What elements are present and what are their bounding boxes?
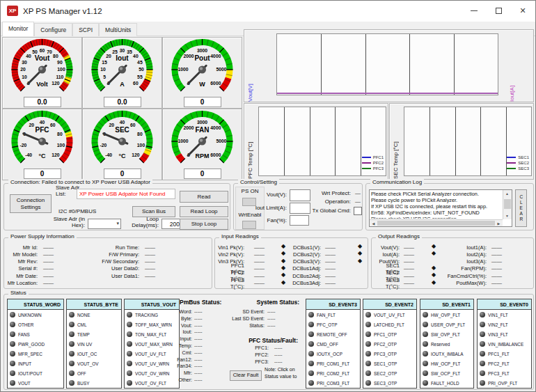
pmbus-status-row-value[interactable]: ----- [194, 323, 203, 328]
status-row[interactable]: PRI_COM3_FLT [306, 378, 360, 388]
comm-log-list[interactable]: Please check PICkit Serial Analyzer conn… [369, 189, 512, 227]
status-row[interactable]: Reserved [420, 339, 473, 349]
status-row[interactable]: VOUT [8, 378, 63, 388]
status-row[interactable]: FAN_FLT [306, 310, 360, 320]
read-loop-button[interactable]: Read Loop [180, 206, 228, 217]
status-row[interactable]: PRI_COM2_FLT [306, 368, 360, 378]
pmbus-status-row-value[interactable]: ----- [194, 329, 203, 334]
status-row[interactable]: VOUT_OV_FLT [125, 378, 179, 388]
svg-text:6000: 6000 [210, 81, 221, 86]
vertical-scrollbar[interactable]: ▲ ▼ [503, 190, 512, 219]
status-row[interactable]: IOUTX_OCP [306, 349, 360, 359]
maximize-button[interactable] [487, 1, 510, 21]
system-status-row-value[interactable]: ----- [267, 309, 276, 314]
pmbus-status-row-value[interactable]: ----- [194, 316, 203, 321]
status-row[interactable]: VOUT_UV_FLT [363, 310, 416, 320]
status-row[interactable]: IOUT/POUT [8, 368, 63, 378]
status-row[interactable]: VIN_IMBALANCE [478, 339, 531, 349]
system-status-row-value[interactable]: ----- [267, 316, 276, 321]
vout-input[interactable] [290, 189, 310, 201]
status-row[interactable]: NONE [67, 310, 121, 320]
close-button[interactable]: ✕ [511, 1, 535, 21]
clear-log-button[interactable]: CLEAR [515, 189, 527, 227]
status-row[interactable]: FAULT_HOLD [420, 378, 473, 388]
pmbus-status-row-value[interactable]: ----- [194, 370, 203, 375]
pmbus-status-row-value[interactable]: ----- [194, 377, 203, 382]
status-row[interactable]: PRI_OVP_FLT [478, 378, 531, 388]
status-row[interactable]: VOUT_UV_FLT [125, 349, 179, 359]
status-row[interactable]: VOUT_OV [67, 359, 121, 368]
status-row[interactable]: PFC1_FLT [478, 349, 531, 359]
pmbus-status-row-value[interactable]: ----- [194, 336, 203, 341]
status-row[interactable]: VIN UV [67, 339, 121, 349]
tab-monitor[interactable]: Monitor [2, 22, 34, 36]
status-row[interactable]: VIN1_FLT [478, 310, 531, 320]
status-row[interactable]: CMD_OFF [306, 339, 360, 349]
status-row[interactable]: OTHER [8, 320, 63, 329]
status-row[interactable]: VOUT_MAX_WRN [125, 339, 179, 349]
status-row[interactable]: PFC1_OTP [363, 329, 416, 339]
pmbus-status-row-value[interactable]: ----- [194, 343, 203, 348]
system-status-row-value[interactable]: ----- [267, 323, 276, 328]
pmbus-status-row-value[interactable]: ----- [194, 363, 203, 368]
status-row[interactable]: TRACKING [125, 310, 179, 320]
connection-settings-button[interactable]: Connection Settings [10, 194, 52, 213]
status-row[interactable]: CML [67, 320, 121, 329]
tab-multiunits[interactable]: MultiUnits [99, 23, 137, 36]
status-row[interactable]: SEC1_OTP [363, 359, 416, 368]
status-row[interactable]: SW_OVP_FLT [420, 329, 473, 339]
horizontal-scrollbar-thumb[interactable] [377, 221, 495, 226]
status-row[interactable]: VOUT_UV_WRN [125, 359, 179, 368]
tab-configure[interactable]: Configure [34, 23, 72, 36]
scroll-left-icon[interactable]: ◀ [370, 220, 377, 227]
minimize-button[interactable] [462, 1, 486, 21]
status-row[interactable]: LATCHED_FLT [363, 320, 416, 329]
status-row[interactable]: VIN2_FLT [478, 320, 531, 329]
status-row[interactable]: PFC3_FLT [478, 368, 531, 378]
status-row[interactable]: PWR_GOOD [8, 339, 63, 349]
status-row[interactable]: HW_OCP_FLT [420, 359, 473, 368]
status-row[interactable]: VOUT_OV_WRN [125, 368, 179, 378]
status-row[interactable]: BUSY [67, 378, 121, 388]
status-row[interactable]: PFC2_FLT [478, 359, 531, 368]
status-row[interactable]: USER_OVP_FLT [420, 320, 473, 329]
status-row[interactable]: INPUT [8, 359, 63, 368]
pmbus-status-row-value[interactable]: ----- [194, 309, 203, 314]
scroll-down-icon[interactable]: ▼ [503, 212, 511, 219]
slave-adr-combo[interactable]: ▾ [88, 219, 121, 229]
pfc-status-row-value[interactable]: ----- [274, 345, 283, 350]
fan-input[interactable] [290, 215, 309, 226]
status-row[interactable]: PRI_COM1_FLT [306, 359, 360, 368]
pfc-status-row-value[interactable]: ----- [274, 359, 283, 364]
pfc-status-row-value[interactable]: ----- [274, 352, 283, 357]
pmbus-status-row-value[interactable]: ----- [194, 350, 203, 355]
status-row[interactable]: PFC2_OTP [363, 339, 416, 349]
tab-scpi[interactable]: SCPI [72, 23, 99, 36]
horizontal-scrollbar[interactable]: ◀ ▶ [370, 219, 503, 226]
status-row[interactable]: PFC_OTP [306, 320, 360, 329]
status-row[interactable]: TOFF_MAX_WRN [125, 320, 179, 329]
pmbus-status-row-value[interactable]: ----- [194, 357, 203, 362]
scroll-up-icon[interactable]: ▲ [503, 190, 511, 197]
status-row[interactable]: SW_OCP_FLT [420, 368, 473, 378]
status-row[interactable]: VIN3_FLT [478, 329, 531, 339]
clear-fault-button[interactable]: Clear Fault [230, 370, 262, 381]
scroll-right-icon[interactable]: ▶ [495, 220, 503, 227]
status-row[interactable]: FANS [8, 329, 63, 339]
status-row[interactable]: TON_MAX_FLT [125, 329, 179, 339]
status-row[interactable]: TEMP [67, 329, 121, 339]
status-row[interactable]: PFC3_OTP [363, 349, 416, 359]
tx-global-cmd-checkbox[interactable] [354, 207, 362, 215]
status-row[interactable]: IOUT_OC [67, 349, 121, 359]
status-row[interactable]: MFR_SPEC [8, 349, 63, 359]
stop-loop-button[interactable]: Stop Loop [180, 219, 228, 230]
status-row[interactable]: REMOTE_OFF [306, 329, 360, 339]
status-row[interactable]: SEC3_OTP [363, 378, 416, 388]
vertical-scrollbar-thumb[interactable] [504, 199, 511, 209]
status-row[interactable]: IOUTX_IMBALA [420, 349, 473, 359]
status-row[interactable]: SEC2_OTP [363, 368, 416, 378]
status-row[interactable]: OFF [67, 368, 121, 378]
read-button[interactable]: Read [180, 191, 228, 203]
status-row[interactable]: UNKNOWN [8, 310, 63, 320]
status-row[interactable]: HW_OVP_FLT [420, 310, 473, 320]
